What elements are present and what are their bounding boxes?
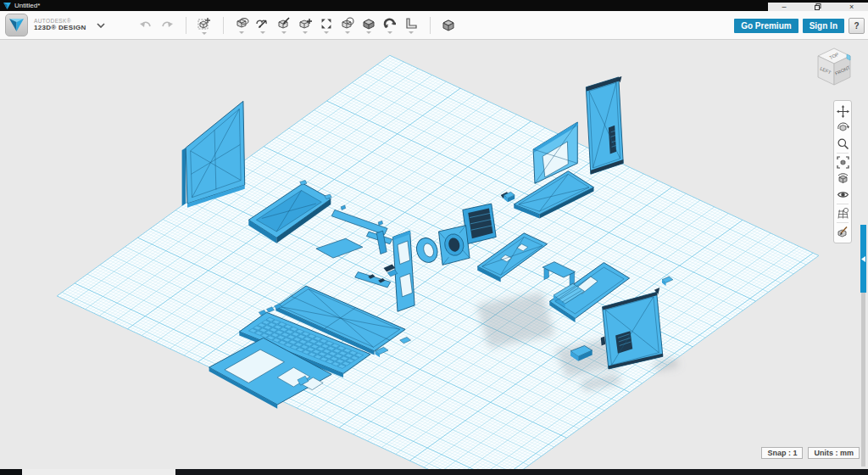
combine-button[interactable] (359, 14, 378, 36)
viewport: TOP LEFT FRONT (0, 40, 868, 469)
window-title: Untitled* (14, 0, 40, 11)
help-button[interactable]: ? (849, 18, 865, 34)
viewport-canvas[interactable] (0, 40, 868, 469)
view-cube[interactable]: TOP LEFT FRONT (812, 46, 856, 90)
grouping-button[interactable] (338, 14, 357, 36)
app-menu-button[interactable]: AUTODESK® 123D® DESIGN (5, 14, 105, 36)
maximize-button[interactable] (815, 3, 821, 10)
construct-button[interactable] (275, 14, 293, 36)
chevron-down-icon (97, 23, 105, 28)
titlebar: Untitled* – × (0, 0, 868, 11)
panel-slide-handle[interactable] (860, 225, 866, 293)
taskbar-start-segment[interactable] (0, 469, 22, 475)
close-button[interactable]: × (849, 3, 854, 11)
right-scrollbar-track[interactable] (861, 293, 865, 467)
main-toolbar: AUTODESK® 123D® DESIGN (0, 11, 868, 40)
navigation-toolbar (833, 100, 852, 243)
redo-button[interactable] (158, 14, 176, 36)
orbit-button[interactable] (835, 120, 850, 136)
taskbar-active-app-segment[interactable] (22, 469, 175, 475)
account-area: Go Premium Sign In ? (730, 18, 865, 34)
arrow-left-icon (861, 256, 865, 262)
os-taskbar[interactable] (0, 469, 868, 475)
pattern-button[interactable] (317, 14, 336, 36)
window-controls: – × (768, 3, 868, 11)
123d-logo-icon (5, 14, 28, 36)
zoom-button[interactable] (835, 136, 850, 152)
snap-setting[interactable]: Snap : 1 (761, 447, 803, 459)
grid-settings-button[interactable] (835, 205, 850, 221)
minimize-button[interactable]: – (782, 3, 787, 11)
undo-button[interactable] (136, 14, 155, 36)
snap-button[interactable] (381, 14, 399, 36)
tool-icons (136, 14, 459, 36)
hide-show-button[interactable] (835, 187, 850, 203)
sketch-button[interactable] (253, 14, 272, 36)
shaded-view-button[interactable] (835, 170, 850, 187)
sign-in-button[interactable]: Sign In (803, 19, 844, 33)
transform-button[interactable] (232, 14, 251, 36)
material-button[interactable] (835, 224, 850, 240)
primitives-button[interactable] (195, 14, 214, 36)
app-logo-small-icon (3, 3, 11, 9)
display-cube-button[interactable] (439, 14, 458, 36)
go-premium-button[interactable]: Go Premium (734, 19, 798, 33)
status-bar: Snap : 1 Units : mm (756, 447, 860, 459)
pan-button[interactable] (835, 103, 850, 120)
ruler-button[interactable] (402, 14, 420, 36)
units-setting[interactable]: Units : mm (808, 447, 860, 459)
brand-product: 123D® DESIGN (34, 25, 86, 31)
app-window: Untitled* – × AUTODESK® 123D® DESIGN (0, 0, 868, 475)
modify-button[interactable] (296, 14, 314, 36)
fit-view-button[interactable] (835, 154, 850, 170)
